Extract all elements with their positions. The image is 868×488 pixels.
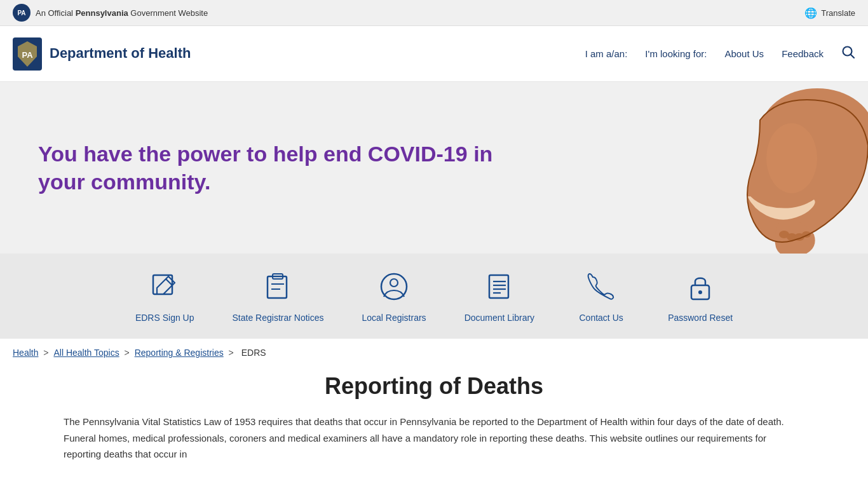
- main-nav: I am a/an: I'm looking for: About Us Fee…: [585, 45, 855, 62]
- hero-image: [665, 82, 868, 254]
- person-circle-icon: [379, 271, 409, 306]
- department-name: Department of Health: [50, 45, 191, 62]
- quick-links-bar: EDRS Sign Up State Registrar Notices Loc…: [0, 254, 868, 339]
- quick-link-local-registrars-label: Local Registrars: [362, 312, 426, 323]
- quick-link-document-library-label: Document Library: [465, 312, 535, 323]
- pa-seal-icon: PA: [13, 4, 31, 22]
- breadcrumb-health[interactable]: Health: [13, 348, 38, 358]
- svg-text:PA: PA: [22, 50, 33, 60]
- document-lines-icon: [484, 271, 515, 306]
- nav-i-am[interactable]: I am a/an:: [585, 48, 628, 59]
- breadcrumb-current: EDRS: [241, 348, 266, 358]
- breadcrumb: Health > All Health Topics > Reporting &…: [0, 339, 868, 367]
- page-body-text: The Pennsylvania Vital Statistics Law of…: [64, 414, 804, 463]
- arm-illustration: [665, 82, 868, 254]
- quick-link-contact-us-label: Contact Us: [580, 312, 623, 323]
- phone-icon: [586, 271, 616, 306]
- translate-button[interactable]: 🌐 Translate: [804, 7, 855, 19]
- breadcrumb-sep-1: >: [43, 348, 51, 358]
- pa-logo-icon: PA: [13, 37, 42, 71]
- breadcrumb-sep-3: >: [229, 348, 236, 358]
- svg-line-4: [851, 55, 855, 58]
- quick-link-edrs-label: EDRS Sign Up: [135, 312, 194, 323]
- top-bar: PA An Official Pennsylvania Government W…: [0, 0, 868, 26]
- svg-rect-19: [489, 275, 508, 298]
- quick-link-password-reset[interactable]: Password Reset: [649, 265, 752, 332]
- site-header: PA Department of Health I am a/an: I'm l…: [0, 26, 868, 82]
- globe-icon: 🌐: [804, 7, 817, 19]
- nav-about-us[interactable]: About Us: [724, 48, 764, 59]
- svg-point-18: [390, 279, 398, 287]
- page-title: Reporting of Deaths: [64, 373, 804, 400]
- main-content: Reporting of Deaths The Pennsylvania Vit…: [0, 367, 868, 482]
- nav-looking-for[interactable]: I'm looking for:: [645, 48, 707, 59]
- lock-icon: [685, 271, 715, 306]
- quick-link-contact-us[interactable]: Contact Us: [553, 265, 649, 332]
- breadcrumb-reporting-registries[interactable]: Reporting & Registries: [135, 348, 224, 358]
- quick-link-state-registrar[interactable]: State Registrar Notices: [214, 265, 343, 332]
- svg-rect-13: [268, 276, 287, 298]
- hero-banner: You have the power to help end COVID-19 …: [0, 82, 868, 254]
- official-label: PA An Official Pennsylvania Government W…: [13, 4, 208, 22]
- svg-point-25: [698, 290, 702, 294]
- breadcrumb-all-health-topics[interactable]: All Health Topics: [53, 348, 119, 358]
- svg-point-6: [766, 123, 817, 193]
- nav-feedback[interactable]: Feedback: [782, 48, 824, 59]
- clipboard-icon: [262, 271, 293, 306]
- pencil-square-icon: [149, 271, 180, 306]
- logo-area: PA Department of Health: [13, 37, 191, 71]
- hero-headline: You have the power to help end COVID-19 …: [38, 140, 534, 196]
- search-icon[interactable]: [841, 45, 855, 62]
- quick-link-state-registrar-label: State Registrar Notices: [233, 312, 324, 323]
- official-text: An Official Pennsylvania Government Webs…: [36, 8, 208, 18]
- translate-label: Translate: [821, 8, 855, 18]
- quick-link-document-library[interactable]: Document Library: [445, 265, 554, 332]
- quick-link-local-registrars[interactable]: Local Registrars: [342, 265, 445, 332]
- quick-link-edrs-signup[interactable]: EDRS Sign Up: [116, 265, 214, 332]
- breadcrumb-sep-2: >: [125, 348, 132, 358]
- quick-link-password-reset-label: Password Reset: [668, 312, 733, 323]
